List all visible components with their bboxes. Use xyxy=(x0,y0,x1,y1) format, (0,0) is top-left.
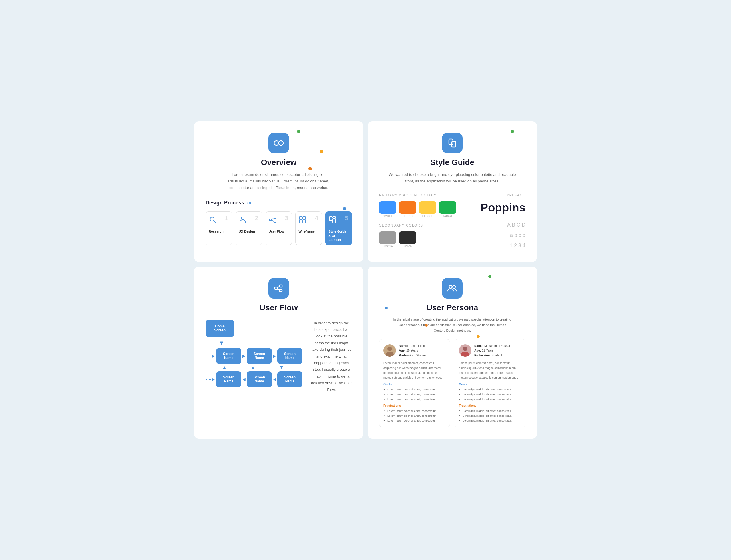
step-style-label: Style Guide & UI Element xyxy=(328,229,348,242)
screen-box-4: ScreenName xyxy=(216,371,241,387)
dot-green2 xyxy=(511,130,514,133)
flow-row-2: ▶ ScreenName ◀ ScreenName ◀ ScreenName xyxy=(205,371,302,387)
swatch-yellow: FFCC3F xyxy=(419,201,436,218)
step-wireframe[interactable]: 4 Wireframe xyxy=(295,211,322,245)
flow-icon xyxy=(269,216,277,224)
persona-2-goals-title: Goals xyxy=(459,382,521,386)
design-process-label: Design Process xyxy=(205,200,244,206)
typeface-label: Typeface xyxy=(470,193,526,197)
dot-yellow3 xyxy=(477,335,480,338)
svg-rect-5 xyxy=(269,219,271,221)
persona-1-avatar xyxy=(384,344,396,357)
svg-rect-14 xyxy=(329,217,332,221)
step-flow-label: User Flow xyxy=(269,229,284,234)
swatch-blue: 3B94FF xyxy=(379,201,396,218)
user-persona-card: User Persona In the initial stage of cre… xyxy=(368,267,537,439)
step-ux-design[interactable]: 2 UX Design xyxy=(235,211,262,245)
screen-box-1: ScreenName xyxy=(216,348,241,364)
dot-orange3 xyxy=(425,324,428,327)
dot-green xyxy=(297,130,300,133)
overview-card: Overview Lorem ipsum dolor sit amet, con… xyxy=(194,121,363,262)
screen-box-3: ScreenName xyxy=(277,348,302,364)
persona-2-frustrations: Lorem ipsum dolor sit amet, consectetur.… xyxy=(459,408,521,423)
dot-green3 xyxy=(488,275,491,278)
persona-2-avatar xyxy=(459,344,472,357)
mid-arrows: ▲ ▲ ▼ xyxy=(205,365,294,370)
svg-rect-7 xyxy=(274,221,276,223)
svg-point-25 xyxy=(453,285,456,288)
svg-rect-10 xyxy=(299,217,302,219)
secondary-swatches: 5B941F 323232 xyxy=(379,231,462,248)
svg-rect-17 xyxy=(449,139,453,145)
svg-rect-18 xyxy=(452,141,456,147)
svg-rect-15 xyxy=(333,217,335,218)
flow-row-1: ▶ ScreenName ▶ ScreenName ▶ ScreenName xyxy=(205,348,302,364)
persona-card-2: Name: Mohammed Yashal Age: 31 Years Prof… xyxy=(455,339,526,427)
screen-box-6: ScreenName xyxy=(277,371,302,387)
svg-point-24 xyxy=(449,285,452,288)
typeface-section: Typeface Poppins A B C D a b c d 1 2 3 4 xyxy=(470,193,526,251)
persona-2-header: Name: Mohammed Yashal Age: 31 Years Prof… xyxy=(459,343,521,358)
home-screen-box: HomeScreen xyxy=(205,320,234,337)
persona-1-info: Name: Fahim Ekpo Age: 25 Years Professio… xyxy=(399,343,427,358)
persona-card-1: Name: Fahim Ekpo Age: 25 Years Professio… xyxy=(379,339,450,427)
persona-2-body: Lorem ipsum dolor sit amet, consectetur … xyxy=(459,361,521,380)
persona-2-info: Name: Mohammed Yashal Age: 31 Years Prof… xyxy=(474,343,510,358)
persona-2-frustrations-title: Frustrations xyxy=(459,404,521,407)
typeface-name: Poppins xyxy=(470,201,526,214)
swatch-gray: 5B941F xyxy=(379,231,396,248)
persona-title: User Persona xyxy=(427,303,478,312)
persona-icon xyxy=(447,283,458,294)
chevrons-icon: »» xyxy=(246,200,251,205)
secondary-colors-label: Secondary colors xyxy=(379,223,462,227)
typeface-uppercase: A B C D a b c d 1 2 3 4 xyxy=(470,220,526,251)
svg-rect-6 xyxy=(274,217,276,219)
user-icon xyxy=(239,216,247,224)
design-process-heading: Design Process »» xyxy=(205,200,251,206)
persona-description: In the initial stage of creating the app… xyxy=(392,317,512,334)
persona-1-goals: Lorem ipsum dolor sit amet, consectetur.… xyxy=(384,387,446,402)
persona-1-frustrations-title: Frustrations xyxy=(384,404,446,407)
persona-cards-container: Name: Fahim Ekpo Age: 25 Years Professio… xyxy=(379,339,526,427)
svg-line-23 xyxy=(277,288,279,291)
style-guide-icon-box xyxy=(442,133,463,153)
user-flow-icon xyxy=(273,283,284,294)
svg-rect-12 xyxy=(299,220,302,223)
step-wireframe-label: Wireframe xyxy=(298,229,314,234)
overview-description: Lorem ipsum dolor sit amet, consectetur … xyxy=(227,172,330,191)
swatch-orange: FF781C xyxy=(399,201,416,218)
svg-line-8 xyxy=(271,218,274,220)
flow-diagram: HomeScreen ▼ ▶ ScreenName ▶ ScreenName ▶… xyxy=(205,320,302,393)
screen-box-2: ScreenName xyxy=(247,348,272,364)
svg-line-3 xyxy=(213,221,215,223)
user-flow-icon-box xyxy=(268,278,289,299)
primary-swatches: 3B94FF FF781C FFCC3F 1AB44F xyxy=(379,201,462,218)
svg-rect-21 xyxy=(279,289,282,292)
wireframe-icon xyxy=(298,216,306,224)
colors-section: Primary & accent colors 3B94FF FF781C FF… xyxy=(379,193,462,251)
step-ux-label: UX Design xyxy=(239,229,255,234)
dot-yellow xyxy=(320,150,323,153)
svg-rect-11 xyxy=(303,217,305,219)
step-user-flow[interactable]: 3 User Flow xyxy=(265,211,292,245)
svg-rect-20 xyxy=(279,285,282,287)
step-style-guide[interactable]: 5 Style Guide & UI Element xyxy=(325,211,352,245)
swatch-green: 1AB44F xyxy=(439,201,456,218)
persona-1-goals-title: Goals xyxy=(384,382,446,386)
svg-point-30 xyxy=(463,347,468,351)
dot-blue3 xyxy=(385,307,388,309)
process-steps-list: 1 Research 2 UX Design 3 xyxy=(205,211,352,245)
svg-point-4 xyxy=(241,217,244,220)
svg-line-22 xyxy=(277,286,279,288)
style-guide-title: Style Guide xyxy=(430,158,474,167)
svg-rect-13 xyxy=(303,220,305,223)
primary-colors-label: Primary & accent colors xyxy=(379,193,462,197)
persona-1-body: Lorem ipsum dolor sit amet, consectetur … xyxy=(384,361,446,380)
search-icon xyxy=(209,216,217,224)
svg-point-0 xyxy=(274,141,279,145)
style-guide-description: We wanted to choose a bright and eye-ple… xyxy=(387,172,518,185)
user-flow-title: User Flow xyxy=(259,303,298,312)
step-research[interactable]: 1 Research xyxy=(205,211,232,245)
svg-point-27 xyxy=(388,347,392,351)
style-sections: Primary & accent colors 3B94FF FF781C FF… xyxy=(379,193,526,251)
